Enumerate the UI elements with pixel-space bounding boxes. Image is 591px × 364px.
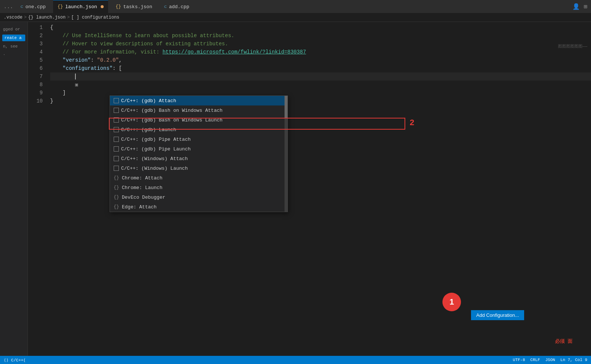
item-label: DevEco Debugger bbox=[122, 195, 165, 200]
braces-icon: {} bbox=[114, 185, 120, 190]
intellisense-dropdown[interactable]: C/C++: (gdb) Attach C/C++: (gdb) Bash on… bbox=[110, 95, 288, 212]
dropdown-item-gdb-bash-win-launch[interactable]: C/C++: (gdb) Bash on Windows Launch bbox=[110, 115, 288, 125]
item-label: Chrome: Launch bbox=[122, 185, 162, 191]
add-configuration-button[interactable]: Add Configuration... bbox=[471, 310, 524, 320]
checkbox-icon bbox=[114, 117, 119, 123]
braces-icon: {} bbox=[114, 204, 120, 209]
annotation-circle-1: 1 bbox=[442, 293, 461, 311]
line-num-5: 5 bbox=[32, 56, 43, 64]
dropdown-item-deveco[interactable]: {} DevEco Debugger bbox=[110, 192, 288, 202]
item-label: C/C++: (gdb) Pipe Launch bbox=[121, 146, 191, 152]
watermark-bottom-right: 必须 面 bbox=[555, 338, 572, 345]
sidebar-create-btn[interactable]: reate a bbox=[2, 35, 25, 41]
breadcrumb-sep1: > bbox=[24, 15, 26, 20]
checkbox-icon bbox=[114, 166, 119, 171]
dropdown-item-chrome-attach[interactable]: {} Chrome: Attach bbox=[110, 173, 288, 183]
line-num-7: 7 bbox=[32, 72, 43, 81]
dropdown-item-gdb-bash-win-attach[interactable]: C/C++: (gdb) Bash on Windows Attach bbox=[110, 105, 288, 115]
status-position: Ln 7, Col 9 bbox=[560, 358, 587, 362]
modified-dot bbox=[101, 5, 104, 8]
line-num-4: 4 bbox=[32, 48, 43, 56]
title-bar-right: 👤 ⊞ bbox=[572, 3, 587, 10]
dropdown-item-gdb-pipe-attach[interactable]: C/C++: (gdb) Pipe Attach bbox=[110, 134, 288, 144]
line-num-3: 3 bbox=[32, 40, 43, 48]
dropdown-item-gdb-pipe-launch[interactable]: C/C++: (gdb) Pipe Launch bbox=[110, 144, 288, 154]
status-bar: ⟨⟩ C/C++( UTF-8 CRLF JSON Ln 7, Col 9 bbox=[0, 356, 591, 364]
annotation-label-2: 2 bbox=[410, 118, 414, 127]
layout-icon[interactable]: ⊞ bbox=[584, 3, 587, 10]
checkbox-icon bbox=[114, 127, 119, 132]
tab-launch-json[interactable]: {} launch.json bbox=[53, 0, 108, 13]
editor[interactable]: 图图图图图图—— 1 2 3 4 5 6 7 8 9 10 { // Use I… bbox=[28, 22, 591, 356]
item-label: Chrome: Attach bbox=[122, 175, 162, 181]
scrollbar-thumb bbox=[285, 96, 288, 118]
sidebar: gged or reate a n, see . bbox=[0, 22, 28, 356]
code-line-5: "version": "0.2.0", bbox=[50, 56, 591, 64]
line-num-9: 9 bbox=[32, 89, 43, 97]
checkbox-icon bbox=[114, 137, 119, 142]
more-button[interactable]: ... bbox=[4, 4, 13, 10]
code-line-2: // Use IntelliSense to learn about possi… bbox=[50, 32, 591, 40]
dropdown-item-win-launch[interactable]: C/C++: (Windows) Launch bbox=[110, 163, 288, 173]
breadcrumb-configurations[interactable]: [ ] configurations bbox=[71, 15, 120, 20]
braces-icon: {} bbox=[114, 175, 120, 181]
title-bar: ... ⊂ one.cpp {} launch.json {} tasks.js… bbox=[0, 0, 591, 13]
tab-label: add.cpp bbox=[169, 4, 189, 10]
item-label: C/C++: (Windows) Launch bbox=[121, 166, 188, 171]
sidebar-text4: . bbox=[0, 50, 27, 58]
code-area: 1 2 3 4 5 6 7 8 9 10 { // Use IntelliSen… bbox=[28, 22, 591, 105]
dropdown-item-gdb-attach[interactable]: C/C++: (gdb) Attach bbox=[110, 96, 288, 105]
item-label: C/C++: (gdb) Pipe Attach bbox=[121, 137, 191, 142]
dropdown-item-chrome-launch[interactable]: {} Chrome: Launch bbox=[110, 183, 288, 192]
cpp-icon: ⊂ bbox=[20, 4, 23, 10]
item-label: C/C++: (gdb) Bash on Windows Launch bbox=[121, 117, 223, 123]
line-num-10: 10 bbox=[32, 97, 43, 105]
braces-icon: {} bbox=[114, 195, 120, 200]
cpp-icon: ⊂ bbox=[164, 4, 167, 10]
dropdown-item-edge-attach[interactable]: {} Edge: Attach bbox=[110, 202, 288, 212]
checkbox-icon bbox=[114, 98, 119, 103]
status-encoding[interactable]: UTF-8 bbox=[513, 358, 525, 362]
checkbox-icon bbox=[114, 146, 119, 152]
code-lines[interactable]: { // Use IntelliSense to learn about pos… bbox=[46, 23, 591, 105]
line-num-8: 8 bbox=[32, 81, 43, 89]
tab-one-cpp[interactable]: ⊂ one.cpp bbox=[16, 0, 50, 13]
tab-add-cpp[interactable]: ⊂ add.cpp bbox=[160, 0, 194, 13]
tab-label: tasks.json bbox=[123, 4, 152, 10]
code-line-3: // Hover to view descriptions of existin… bbox=[50, 40, 591, 48]
item-label: C/C++: (gdb) Attach bbox=[121, 98, 176, 104]
status-git: ⟨⟩ C/C++( bbox=[4, 358, 26, 363]
item-label: Edge: Attach bbox=[122, 204, 157, 210]
item-label: C/C++: (gdb) Bash on Windows Attach bbox=[121, 108, 223, 113]
code-line-6: "configurations": [ bbox=[50, 64, 591, 72]
sidebar-text3: n, see bbox=[0, 43, 27, 50]
checkbox-icon bbox=[114, 156, 119, 161]
item-label: C/C++: (gdb) Launch bbox=[121, 127, 176, 133]
breadcrumb-sep2: > bbox=[67, 15, 69, 20]
checkbox-icon bbox=[114, 108, 119, 113]
item-label: C/C++: (Windows) Attach bbox=[121, 156, 188, 162]
tab-label: one.cpp bbox=[25, 4, 46, 10]
sidebar-text1: gged or bbox=[0, 26, 27, 33]
line-numbers: 1 2 3 4 5 6 7 8 9 10 bbox=[28, 23, 46, 105]
dropdown-scrollbar[interactable] bbox=[285, 96, 288, 212]
code-line-8: ▣ bbox=[50, 81, 591, 89]
json-icon: {} bbox=[58, 4, 63, 9]
breadcrumb-vscode[interactable]: .vscode bbox=[4, 15, 22, 20]
line-num-1: 1 bbox=[32, 23, 43, 32]
dropdown-item-gdb-launch[interactable]: C/C++: (gdb) Launch bbox=[110, 125, 288, 134]
status-eol[interactable]: CRLF bbox=[530, 358, 540, 362]
status-lang[interactable]: JSON bbox=[545, 358, 555, 362]
breadcrumb: .vscode > {} launch.json > [ ] configura… bbox=[0, 13, 591, 22]
status-right: UTF-8 CRLF JSON Ln 7, Col 9 bbox=[513, 358, 587, 362]
dropdown-item-win-attach[interactable]: C/C++: (Windows) Attach bbox=[110, 154, 288, 163]
tab-label: launch.json bbox=[65, 4, 97, 10]
line-num-6: 6 bbox=[32, 64, 43, 72]
account-icon[interactable]: 👤 bbox=[572, 3, 580, 10]
tab-tasks-json[interactable]: {} tasks.json bbox=[111, 0, 156, 13]
line-num-2: 2 bbox=[32, 32, 43, 40]
watermark-top: 图图图图图图—— bbox=[558, 43, 587, 49]
code-line-4: // For more information, visit: https://… bbox=[50, 48, 591, 56]
breadcrumb-launch[interactable]: {} launch.json bbox=[28, 15, 66, 20]
main-layout: gged or reate a n, see . 图图图图图图—— 1 2 3 … bbox=[0, 22, 591, 356]
